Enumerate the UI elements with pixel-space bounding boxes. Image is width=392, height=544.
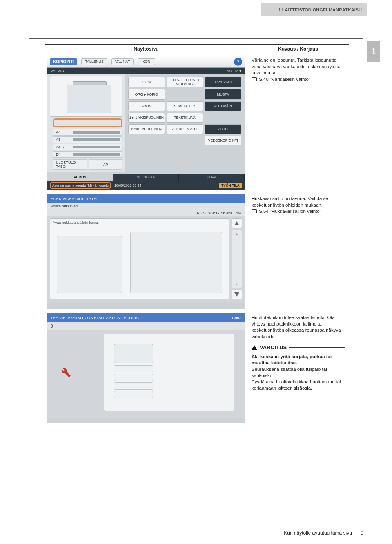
- highlight-box: [53, 118, 122, 127]
- paper-row[interactable]: A3: [53, 136, 122, 143]
- divider: [29, 38, 363, 39]
- troubleshooting-table: Näyttösivu Kuvaus / Korjaus KOPIOINTI TA…: [45, 44, 349, 425]
- paper-row[interactable]: B4: [53, 151, 122, 158]
- chip[interactable]: IKONI: [138, 58, 155, 65]
- description-cell: Huoltoteknikon tulee säätää laitetta. Ot…: [247, 311, 349, 425]
- scroll-up-button[interactable]: [232, 218, 242, 228]
- divider: [252, 396, 345, 396]
- manual-reference-icon: [252, 209, 257, 213]
- total-counter-value: 754: [235, 211, 241, 215]
- copy-count: 1: [239, 69, 241, 73]
- paper-source-button[interactable]: AP: [89, 159, 122, 170]
- scroll-track[interactable]: 1 7: [232, 230, 242, 288]
- copier-illustration: [114, 344, 153, 405]
- page-footer: Kun näytölle avautuu tämä sivu 9: [284, 530, 363, 536]
- zoom-percent-tile[interactable]: 100 %: [128, 77, 165, 87]
- orig-to-copy-tile[interactable]: ORG ▸ KOPIO: [128, 89, 165, 100]
- scroll-down-button[interactable]: [232, 290, 242, 299]
- row3-paragraph-1: Huoltoteknikon tulee säätää laitetta. Ot…: [252, 315, 341, 339]
- chapter-number-tab: 1: [368, 41, 380, 62]
- hand-open-cover-illustration: [130, 232, 222, 293]
- paper-tray-list: A4 A3 A4-R B4 ULOSTULO TASO AP: [53, 129, 122, 171]
- tab-basic[interactable]: PERUS: [47, 174, 113, 181]
- table-header-screenshot: Näyttösivu: [45, 45, 247, 54]
- textimage-button[interactable]: TEKSTIKUVA: [167, 113, 203, 123]
- screenshot-wastetoner-screen: HUKKAVÄRISÄILIÖ TÄYSI Poista hukkaväri K…: [47, 194, 245, 309]
- output-tray-button[interactable]: ULOSTULO TASO: [53, 159, 87, 170]
- table-row: TEE VIRTAKATKO, JOS EI AUTA KUTSU HUOLTO…: [45, 311, 349, 425]
- copy-tab[interactable]: KOPIOINTI: [50, 58, 77, 65]
- row3-warning-rest: Seurauksena saattaa olla tulipalo tai sä…: [252, 367, 341, 391]
- table-header-description: Kuvaus / Korjaus: [247, 45, 349, 54]
- error-code: C962: [232, 315, 241, 320]
- simplex-button[interactable]: 1 ▸ 1 YKSIPUOLINEN: [128, 113, 165, 123]
- screen-title: TEE VIRTAKATKO, JOS EI AUTA KUTSU HUOLTO: [51, 315, 140, 320]
- proof-copy-button[interactable]: VEDOSKOPIOINTI: [205, 136, 241, 145]
- tab-edit[interactable]: MUOKKAA: [113, 174, 179, 181]
- status-message: Asenna uusi magenta (M) värikasetti: [50, 182, 111, 189]
- screen-title: HUKKAVÄRISÄILIÖ TÄYSI: [47, 194, 245, 203]
- copier-illustration-panel: [104, 334, 234, 411]
- auto-exposure-button[interactable]: AUTO: [205, 124, 241, 134]
- manual-reference-icon: [252, 77, 257, 81]
- table-row: HUKKAVÄRISÄILIÖ TÄYSI Poista hukkaväri K…: [45, 192, 349, 311]
- duplex-button[interactable]: KAKSIPUOLEINEN: [128, 124, 165, 134]
- status-timestamp: 10/05/2011 10:24: [114, 183, 141, 187]
- row1-description: Väriaine on loppunut. Tarkista loppunutt…: [252, 58, 341, 75]
- fullcolor-tile[interactable]: TÄYSVÄRI: [205, 77, 241, 87]
- total-counter-label: KOKONAISLASKURI: [197, 211, 232, 215]
- scroll-controls: 1 7: [232, 218, 242, 299]
- chip[interactable]: TALLENUS: [81, 58, 107, 65]
- screen-subtitle: Poista hukkaväri: [47, 203, 245, 210]
- finishing-button[interactable]: VIIMEISTELY: [167, 101, 203, 111]
- warning-triangle-icon: [252, 345, 257, 350]
- service-wrench-icon: [58, 365, 72, 379]
- paper-row[interactable]: A4-R: [53, 144, 122, 150]
- copier-illustration: [57, 236, 122, 293]
- job-status-button[interactable]: TYÖN TILA: [219, 183, 242, 188]
- description-cell: Väriaine on loppunut. Tarkista loppunutt…: [247, 54, 349, 192]
- instruction-step: Avaa hukkavärisäiliön kansi.: [53, 221, 99, 225]
- bottom-tabs: PERUS MUOKKAA KUVA: [47, 174, 245, 181]
- screenshot-service-screen: TEE VIRTAKATKO, JOS EI AUTA KUTSU HUOLTO…: [47, 313, 245, 423]
- sort-staple-tile[interactable]: EI LAJITTELUA EI NIDONTAA: [167, 77, 203, 87]
- row3-warning-bold: Älä koskaan yritä korjata, purkaa tai mu…: [252, 354, 332, 366]
- orig-type-button[interactable]: ALKUP. TYYPPI: [167, 124, 203, 134]
- row1-reference: S.48 "Värikasetin vaihto": [259, 77, 310, 82]
- divider: [289, 347, 345, 348]
- row2-reference: S.54 "Hukkavärisäiliön vaihto": [259, 209, 321, 214]
- chip[interactable]: VALINAT: [111, 58, 134, 65]
- screenshot-copy-screen: KOPIOINTI TALLENUS VALINAT IKONI ? VALMI…: [47, 56, 245, 190]
- divider: [29, 524, 363, 524]
- paper-row[interactable]: A4: [53, 129, 122, 136]
- page-header: 1 LAITTEISTON ONGELMANRATKAISU: [261, 3, 368, 16]
- black-tile[interactable]: MUSTA: [205, 89, 241, 100]
- page-number: 9: [361, 530, 363, 536]
- help-icon[interactable]: ?: [234, 58, 242, 66]
- warning-label: VAROITUS: [260, 344, 287, 351]
- autocolor-tile[interactable]: AUTOVÄRI: [205, 101, 241, 111]
- table-row: KOPIOINTI TALLENUS VALINAT IKONI ? VALMI…: [45, 54, 349, 192]
- label-aseta: ASETA: [227, 69, 238, 73]
- footer-section-title: Kun näytölle avautuu tämä sivu: [284, 530, 352, 536]
- row2-description: Hukkavärisäiliö on täynnä. Vaihda se kos…: [252, 196, 328, 207]
- instruction-panel: Avaa hukkavärisäiliön kansi.: [50, 218, 229, 299]
- screen-subtitle: 0: [47, 322, 245, 330]
- printer-illustration: [50, 76, 122, 117]
- status-ready: VALMIS: [51, 69, 64, 73]
- zoom-button[interactable]: ZOOM: [128, 101, 165, 111]
- tab-image[interactable]: KUVA: [179, 174, 245, 181]
- description-cell: Hukkavärisäiliö on täynnä. Vaihda se kos…: [247, 192, 349, 311]
